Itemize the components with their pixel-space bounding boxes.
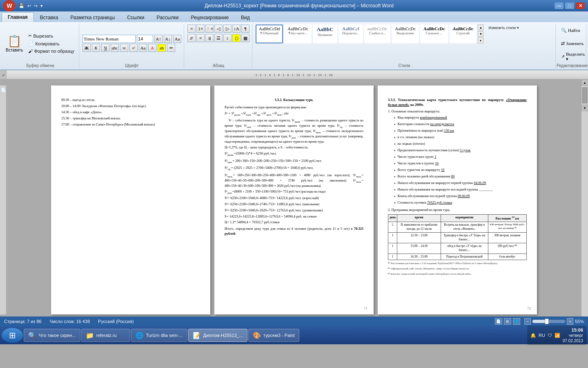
increase-indent-button[interactable]: ▷ (223, 25, 232, 33)
change-styles-button[interactable]: Изменить стили ▾ (485, 25, 523, 31)
zoom-out-button[interactable]: − (524, 318, 531, 325)
justify-button[interactable]: ☰ (214, 34, 223, 42)
style-no-format[interactable]: AaBbCcDc ¶ Без инте... (284, 25, 312, 43)
bold-button[interactable]: Ж (82, 44, 91, 52)
zoom-slider[interactable] (532, 320, 565, 323)
style-highlight[interactable]: AaBbCcDc Выделение (392, 25, 419, 43)
shrink-font-button[interactable]: A↓ (164, 35, 172, 43)
scroll-down-button[interactable]: ▼ (581, 105, 588, 111)
quick-undo-button[interactable]: ↩ (27, 2, 32, 9)
lang-indicator[interactable]: RU (539, 333, 545, 338)
sort-button[interactable]: ↕A (232, 25, 241, 33)
font-name-input[interactable] (82, 35, 136, 43)
styles-scroll-up[interactable]: ▲ (478, 25, 483, 30)
paste-button[interactable]: 📋 Вставить (4, 34, 24, 53)
table-cell-day2: 1 (388, 232, 397, 243)
style-strong[interactable]: AaBbCcDc Сильное ... (420, 25, 448, 43)
text-highlight-button[interactable]: ✏ (167, 44, 175, 52)
tab-mailings[interactable]: Рассылки (151, 13, 185, 22)
maximize-button[interactable]: □ (565, 2, 574, 9)
tab-page-layout[interactable]: Разметка страницы (64, 13, 121, 22)
numbered-list-button[interactable]: 1≡ (196, 25, 205, 33)
start-button[interactable]: ⊞ (2, 328, 23, 343)
align-center-button[interactable]: ≡ (196, 34, 205, 42)
grow-font-button[interactable]: A↑ (154, 35, 163, 43)
cut-button[interactable]: ✂ Вырезать (26, 32, 76, 39)
select-button[interactable]: ↗ Выделить ▾ (559, 51, 584, 62)
copy-button[interactable]: 📄 Копировать (26, 40, 76, 47)
tab-view[interactable]: Вид (235, 13, 256, 22)
view-print-button[interactable]: 📄 (495, 318, 502, 325)
underline-button[interactable]: Ч (101, 44, 109, 52)
p1-line1: 09:30 – выезд из отеля. (61, 98, 200, 103)
table-row-1: 1. В зависимости от прибытия поезда, до … (388, 222, 527, 232)
styles-scroll-down[interactable]: ▼ (478, 31, 483, 37)
editing-content: 🔍 Найти ⇄ Заменить ↗ Выделить ▾ (559, 25, 584, 68)
styles-more[interactable]: ▾ (478, 38, 483, 43)
taskbar-item-4[interactable]: 🎨 турсем3 - Paint (248, 329, 299, 342)
align-right-button[interactable]: ⫼ (205, 34, 214, 42)
replace-button[interactable]: ⇄ Заменить (559, 38, 584, 49)
ruler-corner[interactable]: ⊿ (0, 70, 7, 79)
table-cell-time4: 14:30 – 15:00 (397, 254, 441, 260)
p3-section1: 1. Основные показатели маршрута: (388, 109, 527, 114)
tab-home[interactable]: Главная (2, 12, 34, 22)
office-button[interactable]: W (3, 0, 16, 11)
font-size-input[interactable] (137, 35, 153, 43)
p2-heading: 3.3.2. Калькуляция тура. (225, 98, 363, 103)
scroll-thumb[interactable] (582, 87, 588, 103)
p2-calc3: S¹тр.= (2925 + 2925 + 2700+5400+2700)/16… (225, 166, 363, 172)
minimize-button[interactable]: — (555, 2, 564, 9)
font-color-button[interactable]: А (148, 44, 156, 52)
multilevel-list-button[interactable]: ⋮≡ (205, 25, 214, 33)
bullet-list-button[interactable]: ≡ (187, 25, 196, 33)
tab-review[interactable]: Рецензирование (185, 13, 235, 22)
strikethrough-button[interactable]: аbc (111, 44, 119, 52)
superscript-button[interactable]: x² (129, 44, 138, 52)
find-button[interactable]: 🔍 Найти (559, 25, 584, 36)
clear-format-button[interactable]: Aa (173, 35, 181, 43)
style-heading2[interactable]: AaBbCcI Подзагол... (339, 25, 363, 43)
scroll-up-button[interactable]: ▲ (581, 79, 588, 86)
quick-dropdown-button[interactable]: ▾ (40, 2, 44, 9)
table-cell-dist4: 4 км автобус (488, 254, 526, 260)
view-full-button[interactable]: ⊞ (504, 318, 511, 325)
quick-redo-button[interactable]: ↪ (33, 2, 38, 9)
border-button[interactable]: ▦ (241, 34, 249, 42)
footnote-2: ⁴² Официальный сайт отеля «Филипп» «http… (388, 267, 527, 271)
highlight-button[interactable]: ab (158, 44, 166, 52)
format-painter-button[interactable]: 🖌 Формат по образцу (26, 48, 76, 54)
program-table: день время мероприятие Расстояние 14 км … (388, 214, 527, 260)
page-2: 3.3.2. Калькуляция тура. Расчёт себестои… (214, 85, 374, 314)
p2-desc: S¹ – себестоимость тура на одного турист… (225, 118, 363, 144)
line-spacing-button[interactable]: ↕ (223, 34, 232, 42)
style-normal[interactable]: AaBbCcDd ¶ Обычный (256, 25, 283, 43)
view-web-button[interactable]: 🌐 (513, 318, 520, 325)
taskbar-item-2[interactable]: 🌐 Turizm dlia sem-... (131, 329, 187, 342)
style-heading1[interactable]: AaBbC Название (313, 25, 337, 43)
decrease-indent-button[interactable]: ◁ (214, 25, 223, 33)
show-formatting-button[interactable]: ¶ (241, 25, 249, 33)
p2-total1: S¹= 6250+2100+1040,6+4080+753= 14223,6 р… (225, 196, 363, 201)
style-weak[interactable]: aaBbCcDc Слабое в... (364, 25, 390, 43)
zoom-handle[interactable] (545, 319, 549, 324)
quick-save-button[interactable]: 💾 (18, 2, 25, 9)
taskbar-item-1[interactable]: 📁 referatz.ru (81, 329, 130, 342)
align-left-button[interactable]: ⫻ (187, 34, 196, 42)
taskbar-label-4: турсем3 - Paint (263, 333, 295, 338)
taskbar-item-0[interactable]: 🔍 Что такое скрин... (24, 329, 80, 342)
taskbar-item-3[interactable]: 📝 Диплом-H25513_... (188, 329, 247, 342)
vertical-scrollbar[interactable]: ▲ ▼ (581, 79, 588, 316)
zoom-in-button[interactable]: + (567, 318, 573, 325)
p2-total2: S¹= 6250+2100+1040,6+2740+753= 12883,6 р… (225, 202, 363, 207)
tab-insert[interactable]: Вставка (34, 13, 65, 22)
style-strict[interactable]: AaBbCcDc Строгий (450, 25, 477, 43)
subscript-button[interactable]: x₂ (120, 44, 128, 52)
italic-button[interactable]: К (92, 44, 100, 52)
tab-references[interactable]: Ссылки (121, 13, 150, 22)
text-case-button[interactable]: Аа (139, 44, 147, 52)
paragraph-group-label: Абзац (185, 63, 252, 68)
fill-color-button[interactable]: ◻ (232, 34, 241, 42)
p2-calc5: S¹доп.=(8000 + 2100 + 350+1100+500)/16= … (225, 189, 363, 195)
close-button[interactable]: ✕ (576, 2, 585, 9)
